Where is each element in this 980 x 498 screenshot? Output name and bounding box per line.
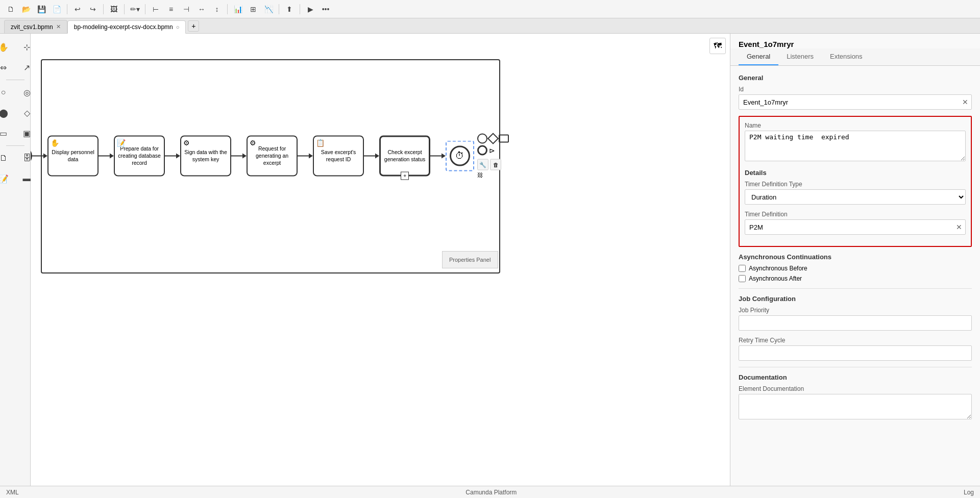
props-element-docs-field: Element Documentation xyxy=(739,385,972,421)
more-btn[interactable]: ••• xyxy=(319,3,332,16)
edit-dropdown-btn[interactable]: ✏▾ xyxy=(128,3,141,16)
props-timer-type-label: Timer Definition Type xyxy=(745,181,966,188)
ctx-diamond[interactable] xyxy=(487,133,499,144)
tab-zvit[interactable]: zvit_csv1.bpmn ✕ xyxy=(4,20,67,33)
redo-btn[interactable]: ↪ xyxy=(86,3,100,16)
sep1 xyxy=(67,4,67,14)
move-tool[interactable]: ⇔ xyxy=(0,58,15,77)
bpmn-task-check-status[interactable]: Check excerpt generation status + xyxy=(379,135,430,176)
checkbox-async-before[interactable] xyxy=(739,265,746,272)
tab-add-btn[interactable]: + xyxy=(188,20,199,32)
task-script-icon: 📝 xyxy=(117,138,126,146)
bpmn-flow: ✋ Display personnel data 📝 Prepare data … xyxy=(31,134,509,178)
props-element-docs-label: Element Documentation xyxy=(739,385,972,392)
hand-tool[interactable]: ✋ xyxy=(0,38,15,56)
bpmn-canvas: ✋ Display personnel data 📝 Prepare data … xyxy=(41,59,500,273)
task-tool[interactable]: ▭ xyxy=(0,124,15,142)
section-details-label: Details xyxy=(745,169,966,177)
section-async-label: Asynchronous Continuations xyxy=(739,253,972,261)
flow-arrow-1 xyxy=(99,153,114,158)
align-right-btn[interactable]: ⊣ xyxy=(180,3,193,16)
tab-bp-close[interactable]: ○ xyxy=(176,24,180,30)
sep3 xyxy=(124,4,125,14)
status-xml[interactable]: XML xyxy=(6,489,19,496)
props-id-row: ✕ xyxy=(739,94,972,110)
chart2-btn[interactable]: 📉 xyxy=(262,3,275,16)
task1-label: Display personnel data xyxy=(51,149,95,163)
data-obj-tool[interactable]: 🗋 xyxy=(0,149,15,167)
timer-selection-box: ⏱ xyxy=(446,140,474,171)
props-name-label: Name xyxy=(745,122,966,129)
bpmn-task-request-excerpt[interactable]: ⚙ Request for generating an excerpt xyxy=(247,135,298,176)
ctx-chain-icon[interactable]: ⛓ xyxy=(477,172,509,178)
status-bar: XML Camunda Platform Log xyxy=(0,486,980,498)
divider2 xyxy=(739,367,972,367)
ctx-circle[interactable] xyxy=(477,134,487,144)
status-platform: Camunda Platform xyxy=(465,489,517,496)
props-id-clear[interactable]: ✕ xyxy=(959,96,971,108)
minimap-icon[interactable]: 🗺 xyxy=(709,38,726,54)
ctx-rect[interactable] xyxy=(499,135,509,143)
start-event-tool[interactable]: ⬤ xyxy=(0,104,15,122)
ctx-delete-icon[interactable]: 🗑 xyxy=(490,159,501,170)
task-gear-icon: ⚙ xyxy=(183,138,190,146)
flow-arrow-3 xyxy=(231,153,247,158)
status-log[interactable]: Log xyxy=(964,489,974,496)
ctx-wrench-icon[interactable]: 🔧 xyxy=(477,159,488,170)
distribute-h-btn[interactable]: ↔ xyxy=(195,3,208,16)
checkbox-async-after[interactable] xyxy=(739,275,746,282)
props-timer-def-input[interactable] xyxy=(745,221,953,233)
props-job-priority-input[interactable] xyxy=(739,315,972,331)
props-timer-type-select[interactable]: Duration Date Cycle xyxy=(745,189,966,205)
event-tool[interactable]: ○ xyxy=(0,83,15,102)
file-new-btn[interactable]: 🗋 xyxy=(4,3,17,16)
align-center-btn[interactable]: ≡ xyxy=(164,3,178,16)
canvas-area[interactable]: 🗺 Properties Panel ✋ xyxy=(31,34,730,486)
section-docs-label: Documentation xyxy=(739,374,972,381)
ctx-end-event[interactable] xyxy=(477,145,487,156)
bpmn-task-prepare-data[interactable]: 📝 Prepare data for creating database rec… xyxy=(114,135,165,176)
props-tab-general[interactable]: General xyxy=(739,48,778,65)
play-btn[interactable]: ▶ xyxy=(304,3,317,16)
props-retry-input[interactable] xyxy=(739,345,972,361)
annotation-tool[interactable]: 📝 xyxy=(0,169,15,188)
chart-btn[interactable]: 📊 xyxy=(231,3,244,16)
sep5 xyxy=(227,4,228,14)
ctx-expand-icon[interactable]: ⊳ xyxy=(489,146,495,155)
file-save-btn[interactable]: 💾 xyxy=(35,3,48,16)
file-save-as-btn[interactable]: 📄 xyxy=(50,3,63,16)
checkbox-async-before-row: Asynchronous Before xyxy=(739,265,972,272)
sep6 xyxy=(279,4,279,14)
image-btn[interactable]: 🖼 xyxy=(107,3,120,16)
table-btn[interactable]: ⊞ xyxy=(247,3,260,16)
checkbox-async-after-label: Asynchronous After xyxy=(749,275,802,282)
align-left-btn[interactable]: ⊢ xyxy=(149,3,162,16)
props-timer-type-field: Timer Definition Type Duration Date Cycl… xyxy=(745,181,966,205)
checkbox-async-before-label: Asynchronous Before xyxy=(749,265,807,272)
props-element-docs-textarea[interactable] xyxy=(739,394,972,419)
undo-btn[interactable]: ↩ xyxy=(71,3,84,16)
props-timer-def-clear[interactable]: ✕ xyxy=(953,221,965,233)
sep7 xyxy=(300,4,300,14)
props-name-textarea[interactable]: P2M waiting time expired xyxy=(745,131,966,161)
tab-bp-modeling[interactable]: bp-modeling-excerpt-csv-docx.bpmn ○ xyxy=(67,20,186,34)
task-expand-icon[interactable]: + xyxy=(401,171,409,180)
file-open-btn[interactable]: 📂 xyxy=(19,3,33,16)
distribute-v-btn[interactable]: ↕ xyxy=(210,3,224,16)
bpmn-task-display-personnel[interactable]: ✋ Display personnel data xyxy=(47,135,99,176)
props-name-field: Name P2M waiting time expired xyxy=(745,122,966,163)
props-retry-field: Retry Time Cycle xyxy=(739,337,972,361)
bpmn-timer-event[interactable]: ⏱ xyxy=(450,145,470,166)
props-tab-extensions[interactable]: Extensions xyxy=(822,48,871,65)
flow-arrow-5 xyxy=(364,153,379,158)
task-script2-icon: 📋 xyxy=(316,138,325,146)
props-timer-def-label: Timer Definition xyxy=(745,211,966,218)
tab-zvit-close[interactable]: ✕ xyxy=(56,23,61,30)
props-id-input[interactable] xyxy=(739,96,959,108)
bpmn-task-sign-data[interactable]: ⚙ Sign data with the system key xyxy=(180,135,231,176)
async-continuations-field: Asynchronous Before Asynchronous After xyxy=(739,265,972,282)
bpmn-task-save-id[interactable]: 📋 Save excerpt's request ID xyxy=(313,135,364,176)
task-hand-icon: ✋ xyxy=(51,138,59,146)
upload-btn[interactable]: ⬆ xyxy=(283,3,296,16)
props-tab-listeners[interactable]: Listeners xyxy=(778,48,822,65)
